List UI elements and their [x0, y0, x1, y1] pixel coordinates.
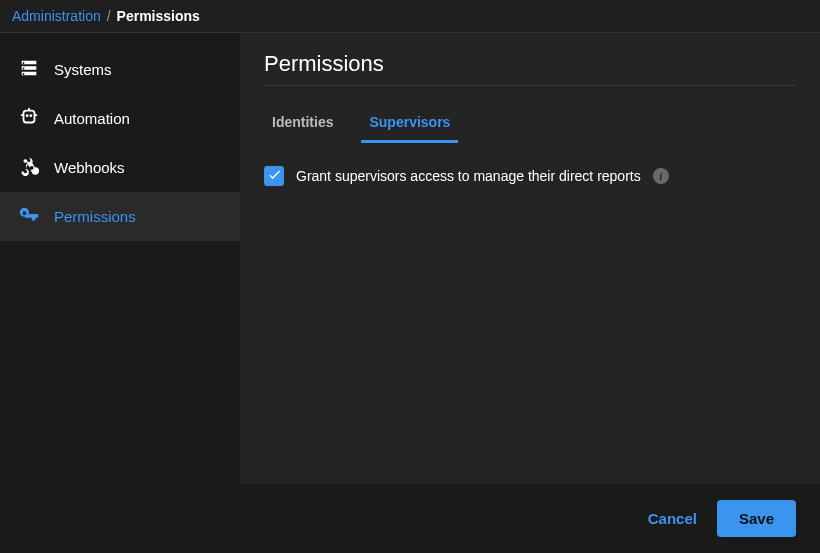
sidebar-item-systems[interactable]: Systems [0, 45, 240, 94]
check-icon [267, 167, 282, 186]
tabs: Identities Supervisors [264, 104, 796, 144]
grant-supervisors-label: Grant supervisors access to manage their… [296, 168, 641, 184]
breadcrumb: Administration / Permissions [0, 0, 820, 33]
grant-supervisors-checkbox[interactable] [264, 166, 284, 186]
tab-supervisors[interactable]: Supervisors [361, 104, 458, 143]
tab-identities[interactable]: Identities [264, 104, 341, 143]
sidebar-item-automation[interactable]: Automation [0, 94, 240, 143]
info-icon[interactable]: i [653, 168, 669, 184]
page-title: Permissions [264, 51, 796, 86]
breadcrumb-current: Permissions [117, 8, 200, 24]
sidebar-item-label: Webhooks [54, 159, 125, 176]
breadcrumb-separator: / [107, 8, 111, 24]
systems-icon [18, 57, 40, 82]
sidebar: Systems Automation Webhooks Permissions [0, 33, 240, 553]
sidebar-item-label: Permissions [54, 208, 136, 225]
sidebar-item-permissions[interactable]: Permissions [0, 192, 240, 241]
cancel-button[interactable]: Cancel [648, 510, 697, 527]
save-button[interactable]: Save [717, 500, 796, 537]
footer: Cancel Save [240, 484, 820, 553]
sidebar-item-webhooks[interactable]: Webhooks [0, 143, 240, 192]
grant-supervisors-row: Grant supervisors access to manage their… [264, 166, 796, 186]
sidebar-item-label: Automation [54, 110, 130, 127]
webhooks-icon [18, 155, 40, 180]
main: Permissions Identities Supervisors Grant… [240, 33, 820, 553]
breadcrumb-parent-link[interactable]: Administration [12, 8, 101, 24]
sidebar-item-label: Systems [54, 61, 112, 78]
key-icon [18, 204, 40, 229]
automation-icon [18, 106, 40, 131]
